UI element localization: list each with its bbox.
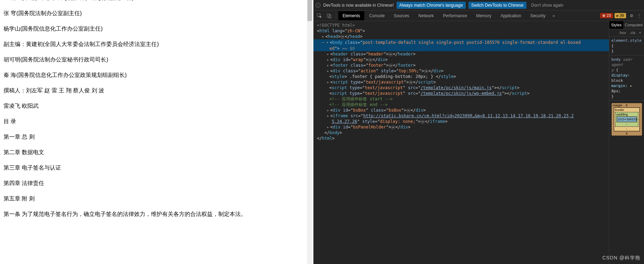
error-count-badge[interactable]: 23: [600, 13, 613, 18]
article-line: 第一条 为了规范电子签名行为，确立电子签名的法律效力，维护有关各方的合法权益，制…: [4, 210, 309, 218]
tab-application[interactable]: Application: [496, 11, 525, 20]
bm-border-label: border: [615, 108, 624, 112]
wrap-node[interactable]: ▸<div id="wrap">⋯</div>: [313, 57, 609, 62]
script-node-3[interactable]: <script type="text/javascript" src="/tem…: [313, 91, 609, 96]
html-close[interactable]: </html>: [313, 136, 609, 141]
bsbox-node[interactable]: ▸<div id="bsBox" class="bsBox">⋯</div>: [313, 107, 609, 113]
article-line: 第三章 电子签名与认证: [4, 164, 309, 172]
style-node[interactable]: <style> .footer { padding-bottom: 20px; …: [313, 74, 609, 79]
article-line: 胡可明(国务院法制办公室秘书行政司司长): [4, 55, 309, 64]
article-line: 第四章 法律责任: [4, 179, 309, 187]
bm-margin-bottom: 8: [626, 132, 628, 135]
body-node-selected[interactable]: ⋯ ▾<body class="post-template-default si…: [313, 39, 609, 46]
devtools-tabbar: Elements Console Sources Network Perform…: [313, 11, 644, 21]
dismiss-banner-button[interactable]: Don't show again: [529, 2, 566, 9]
warning-count-badge[interactable]: 39: [615, 13, 626, 18]
match-language-button[interactable]: Always match Chrome's language: [397, 2, 466, 9]
comment-node-1[interactable]: <!-- 应用插件标签 start -->: [313, 96, 609, 102]
body-node-selected-cont[interactable]: ed"> == $0: [313, 46, 609, 51]
info-icon: i: [316, 3, 320, 8]
webpage-viewport[interactable]: 主 编：安 建(全国人大常委会法制工作委员会副主任) 张 穹(国务院法制办公室副…: [0, 0, 312, 264]
script-node-1[interactable]: ▸<script type="text/javascript">⋯</scrip…: [313, 79, 609, 85]
more-menu-icon[interactable]: ⋮: [637, 13, 641, 18]
article-line: 第五章 附 则: [4, 194, 309, 203]
article-line: 雷凌飞 欧阳武: [4, 102, 309, 110]
article-line: 张 穹(国务院法制办公室副主任): [4, 9, 309, 18]
scrollbar-thumb[interactable]: [307, 0, 312, 21]
more-tabs-icon[interactable]: »: [552, 13, 555, 18]
article-line: 第二章 数据电文: [4, 148, 309, 157]
devtools-locale-banner: i DevTools is now available in Chinese! …: [313, 0, 644, 11]
bm-border-bottom: -: [626, 127, 627, 131]
iframe-node-cont[interactable]: 5,24,27,26" style="display: none;">⋯</if…: [313, 119, 609, 124]
bm-content-size: 1015×398333: [617, 117, 637, 122]
separator: [336, 13, 336, 19]
article-line: 目 录: [4, 117, 309, 126]
svg-rect-1: [327, 14, 330, 17]
styles-pane: Styles Computed :hov .cls + element.styl…: [609, 21, 644, 264]
style-rule-body[interactable]: body user agent y { display: block margi…: [609, 55, 644, 101]
body-close[interactable]: </body>: [313, 130, 609, 136]
tab-security[interactable]: Security: [526, 11, 550, 20]
styles-tab[interactable]: Styles: [609, 21, 623, 29]
dom-tree[interactable]: <!DOCTYPE html> <html lang="zh-CN"> ▸<he…: [313, 21, 609, 264]
tab-network[interactable]: Network: [414, 11, 438, 20]
tab-performance[interactable]: Performance: [439, 11, 471, 20]
article-line: 杨学山(国务院信息化工作办公室副主任): [4, 25, 309, 33]
iframe-node[interactable]: ▸<iframe src="http://static.bshare.cn/cm…: [313, 113, 609, 119]
action-node[interactable]: ▸<div class="action" style="top:50%;">⋯<…: [313, 68, 609, 74]
new-rule-button[interactable]: +: [639, 31, 641, 35]
html-open[interactable]: <html lang="zh-CN">: [313, 28, 609, 34]
article-line: 第一章 总 则: [4, 133, 309, 141]
article-body: 主 编：安 建(全国人大常委会法制工作委员会副主任) 张 穹(国务院法制办公室副…: [0, 0, 312, 218]
inspect-element-icon[interactable]: [316, 13, 323, 19]
article-line: 撰稿人：刘左军 赵 雷 王 翔 蔡人俊 刘 波: [4, 86, 309, 95]
bm-margin-top: 8: [626, 104, 628, 107]
bm-padding-bottom: -: [626, 123, 627, 126]
style-rule-element[interactable]: element.style { }: [609, 37, 644, 55]
footer-node[interactable]: ▸<footer class="footer">⋯</footer>: [313, 62, 609, 68]
tab-console[interactable]: Console: [365, 11, 389, 20]
bm-padding-right: -: [637, 118, 638, 121]
tab-sources[interactable]: Sources: [390, 11, 413, 20]
page-scrollbar[interactable]: [307, 0, 312, 264]
tab-elements[interactable]: Elements: [338, 11, 364, 20]
banner-text: DevTools is now available in Chinese!: [323, 3, 394, 8]
bspanel-node[interactable]: ▸<div id="bsPanelHolder">⋯</div>: [313, 124, 609, 130]
settings-icon[interactable]: ⚙: [630, 13, 633, 18]
devtools-panel: i DevTools is now available in Chinese! …: [313, 0, 644, 264]
box-model[interactable]: margin 8 8 border - padding - 1015×39833…: [609, 101, 644, 138]
header-node[interactable]: ▸<header class="header">⋯</header>: [313, 51, 609, 57]
hov-toggle[interactable]: :hov: [619, 31, 626, 35]
bm-margin-label: margin: [613, 104, 623, 107]
switch-language-button[interactable]: Switch DevTools to Chinese: [469, 2, 526, 9]
doctype-line[interactable]: <!DOCTYPE html>: [317, 23, 355, 28]
cls-toggle[interactable]: .cls: [630, 31, 636, 35]
tab-memory[interactable]: Memory: [472, 11, 496, 20]
article-line: 秦 海(国务院信息化工作办公室政策规划组副组长): [4, 71, 309, 79]
article-line: 副主编：黄建初(全国人大常委会法制工作委员会经济法室主任): [4, 40, 309, 48]
device-toggle-icon[interactable]: [326, 13, 332, 19]
article-line: 主 编：安 建(全国人大常委会法制工作委员会副主任): [4, 0, 309, 2]
comment-node-2[interactable]: <!-- 应用插件标签 end -->: [313, 102, 609, 107]
head-node[interactable]: ▸<head>⋯</head>: [313, 34, 609, 39]
bm-padding-label: padding: [617, 113, 628, 116]
script-node-2[interactable]: <script type="text/javascript" src="/tem…: [313, 85, 609, 91]
computed-tab[interactable]: Computed: [623, 21, 644, 29]
